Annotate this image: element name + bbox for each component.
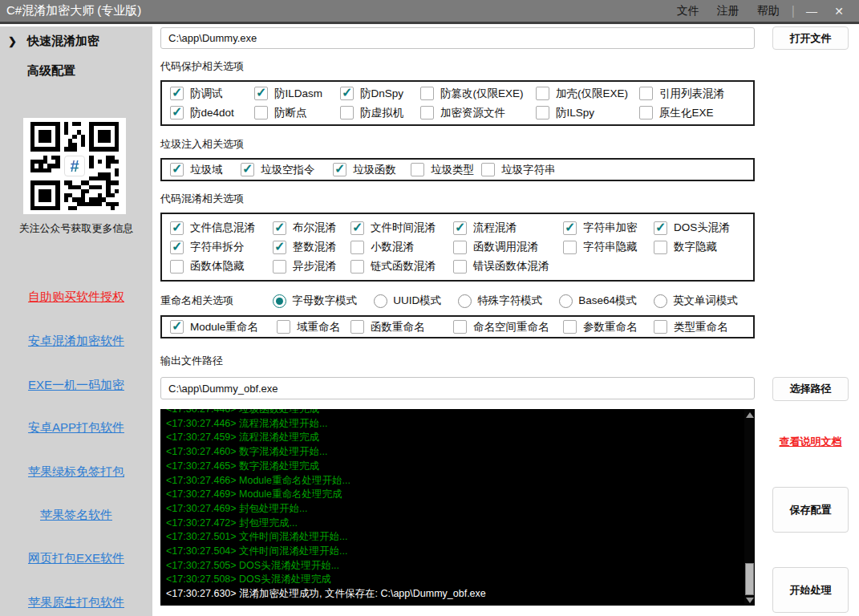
- checkbox-label: 字符串加密: [583, 221, 638, 235]
- sidebar-item-advanced-config[interactable]: 高级配置: [0, 56, 152, 86]
- scroll-down-icon[interactable]: [744, 594, 755, 606]
- checkbox-label: Module重命名: [190, 320, 258, 334]
- checkbox-label: 加壳(仅限EXE): [556, 87, 628, 101]
- checkbox-dos-header-obf[interactable]: DOS头混淆: [654, 221, 753, 235]
- checkbox-type-rename[interactable]: 类型重命名: [654, 320, 753, 334]
- checkbox-file-time-obf[interactable]: 文件时间混淆: [350, 221, 453, 235]
- checkbox-anti-tamper[interactable]: 防篡改(仅限EXE): [420, 87, 536, 101]
- checkbox-icon: [170, 320, 184, 334]
- log-line: <17:30:27.469> Module重命名处理完成: [166, 488, 755, 502]
- checkbox-junk-domain[interactable]: 垃圾域: [170, 163, 241, 177]
- buy-license-link[interactable]: 自助购买软件授权: [0, 290, 152, 305]
- checkbox-anti-dnspy[interactable]: 防DnSpy: [340, 87, 420, 101]
- checkbox-icon: [563, 241, 577, 254]
- checkbox-chain-method-obf[interactable]: 链式函数混淆: [350, 259, 453, 274]
- checkbox-anti-breakpoint[interactable]: 防断点: [254, 106, 340, 120]
- close-button[interactable]: ✕: [825, 5, 853, 18]
- console-scrollbar[interactable]: [744, 409, 755, 606]
- log-line: <17:30:27.446> 流程混淆处理开始...: [166, 417, 755, 432]
- checkbox-label: 错误函数体混淆: [473, 259, 549, 274]
- radio-special-char-mode[interactable]: 特殊字符模式: [458, 294, 542, 308]
- menu-file[interactable]: 文件: [677, 4, 699, 18]
- checkbox-namespace-rename[interactable]: 命名空间重命名: [453, 320, 563, 334]
- checkbox-label: 整数混淆: [293, 240, 336, 254]
- checkbox-int-obf[interactable]: 整数混淆: [273, 240, 350, 254]
- checkbox-anti-debug[interactable]: 防调试: [170, 87, 254, 101]
- radio-icon: [273, 294, 286, 308]
- checkbox-anti-ildasm[interactable]: 防ILDasm: [254, 87, 340, 101]
- checkbox-icon: [254, 106, 268, 120]
- android-obfuscator-link[interactable]: 安卓混淆加密软件: [0, 334, 152, 349]
- input-file-path[interactable]: [160, 27, 755, 49]
- ios-sign-link[interactable]: 苹果签名软件: [0, 508, 152, 523]
- start-process-button[interactable]: 开始处理: [772, 567, 849, 613]
- save-config-button[interactable]: 保存配置: [772, 487, 849, 533]
- radio-alnum-mode[interactable]: 字母数字模式: [273, 294, 357, 308]
- checkbox-call-obf[interactable]: 函数调用混淆: [453, 240, 563, 254]
- checkbox-label: 字符串隐藏: [583, 240, 638, 254]
- checkbox-anti-ilspy[interactable]: 防ILSpy: [536, 106, 639, 120]
- checkbox-icon: [420, 106, 434, 120]
- checkbox-error-method-body-obf[interactable]: 错误函数体混淆: [453, 259, 563, 274]
- output-path-input[interactable]: [160, 377, 755, 399]
- checkbox-reference-list-obfuscate[interactable]: 引用列表混淆: [639, 87, 753, 101]
- sidebar: ❯ 快速混淆加密 高级配置 # 关注公众号获取更多信息 自助购买软件授权 安卓混…: [0, 26, 152, 616]
- section-label-junk: 垃圾注入相关选项: [160, 137, 244, 152]
- radio-label: 特殊字符模式: [477, 294, 542, 308]
- ios-native-packer-link[interactable]: 苹果原生打包软件: [0, 595, 152, 610]
- checkbox-anti-de4dot[interactable]: 防de4dot: [170, 106, 254, 120]
- radio-label: Base64模式: [578, 294, 637, 308]
- checkbox-module-rename[interactable]: Module重命名: [170, 320, 277, 334]
- checkbox-native-exe[interactable]: 原生化EXE: [639, 106, 753, 120]
- checkbox-bool-obf[interactable]: 布尔混淆: [273, 221, 350, 235]
- open-file-button[interactable]: 打开文件: [772, 26, 849, 50]
- checkbox-label: 命名空间重命名: [473, 320, 549, 334]
- qr-code: #: [23, 118, 126, 214]
- checkbox-pack-exe[interactable]: 加壳(仅限EXE): [536, 87, 639, 101]
- checkbox-flow-obf[interactable]: 流程混淆: [453, 221, 563, 235]
- choose-path-button[interactable]: 选择路径: [772, 377, 849, 401]
- brand-hash-logo: #: [64, 156, 85, 176]
- checkbox-file-info-obf[interactable]: 文件信息混淆: [170, 221, 273, 235]
- radio-base64-mode[interactable]: Base64模式: [559, 294, 637, 308]
- scrollbar-thumb[interactable]: [745, 563, 754, 595]
- checkbox-field-rename[interactable]: 域重命名: [277, 320, 350, 334]
- view-docs-link[interactable]: 查看说明文档: [772, 435, 849, 449]
- exe-machine-lock-link[interactable]: EXE一机一码加密: [0, 378, 152, 393]
- section-label-obfuscation: 代码混淆相关选项: [160, 192, 244, 206]
- checkbox-float-obf[interactable]: 小数混淆: [350, 240, 453, 254]
- checkbox-junk-nop[interactable]: 垃圾空指令: [241, 163, 333, 177]
- minimize-button[interactable]: —: [798, 5, 825, 18]
- rename-groupbox: Module重命名 域重命名 函数重命名 命名空间重命名 参数重命名 类型重命名: [160, 315, 755, 338]
- checkbox-anti-vm[interactable]: 防虚拟机: [340, 106, 420, 120]
- radio-uuid-mode[interactable]: UUID模式: [374, 294, 441, 308]
- checkbox-method-rename[interactable]: 函数重命名: [350, 320, 453, 334]
- checkbox-junk-type[interactable]: 垃圾类型: [411, 163, 481, 177]
- menu-help[interactable]: 帮助: [757, 4, 780, 18]
- checkbox-junk-string[interactable]: 垃圾字符串: [481, 163, 753, 177]
- checkbox-label: 垃圾字符串: [501, 163, 556, 177]
- web-to-exe-link[interactable]: 网页打包EXE软件: [0, 551, 152, 566]
- android-app-packer-link[interactable]: 安卓APP打包软件: [0, 420, 152, 436]
- checkbox-icon: [350, 320, 364, 334]
- menu-register[interactable]: 注册: [717, 4, 739, 18]
- scroll-up-icon[interactable]: [744, 409, 755, 420]
- checkbox-icon: [241, 163, 254, 176]
- checkbox-label: 类型重命名: [674, 320, 728, 334]
- checkbox-method-body-hide[interactable]: 函数体隐藏: [170, 259, 273, 274]
- checkbox-string-split[interactable]: 字符串拆分: [170, 240, 273, 254]
- checkbox-icon: [350, 221, 364, 235]
- checkbox-label: 函数重命名: [371, 320, 425, 334]
- nav-label: 快速混淆加密: [27, 34, 99, 49]
- ios-green-sign-link[interactable]: 苹果绿标免签打包: [0, 464, 152, 480]
- checkbox-string-encrypt[interactable]: 字符串加密: [563, 221, 654, 235]
- checkbox-string-hide[interactable]: 字符串隐藏: [563, 240, 654, 254]
- checkbox-number-hide[interactable]: 数字隐藏: [654, 240, 753, 254]
- checkbox-encrypt-resource[interactable]: 加密资源文件: [420, 106, 536, 120]
- radio-english-word-mode[interactable]: 英文单词模式: [654, 294, 738, 308]
- checkbox-junk-method[interactable]: 垃圾函数: [333, 163, 411, 177]
- checkbox-async-obf[interactable]: 异步混淆: [273, 259, 350, 274]
- checkbox-icon: [277, 320, 290, 334]
- sidebar-item-quick-obfuscate[interactable]: ❯ 快速混淆加密: [0, 26, 152, 56]
- checkbox-param-rename[interactable]: 参数重命名: [563, 320, 654, 334]
